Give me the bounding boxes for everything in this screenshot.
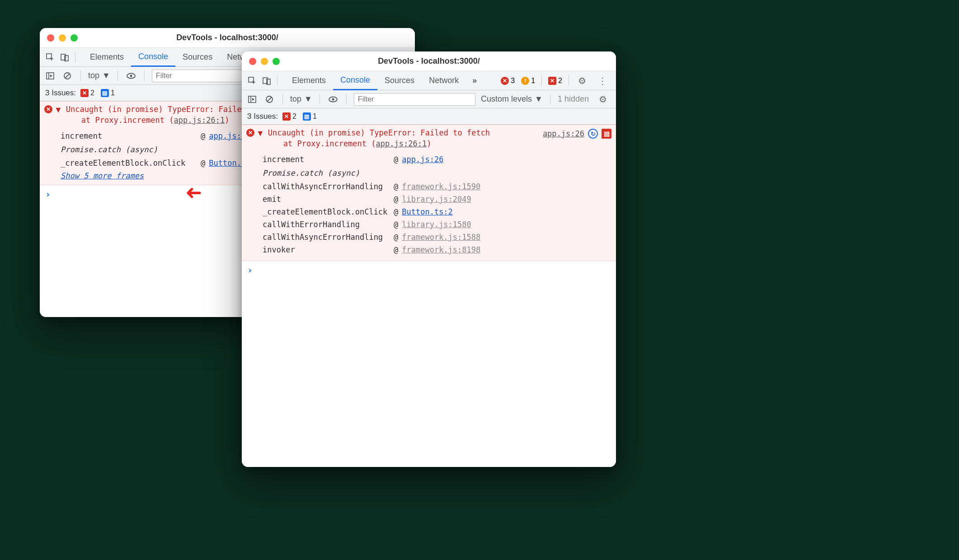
- chevron-down-icon: ▼: [535, 94, 543, 104]
- panel-tabs: Elements Console Sources Network: [83, 48, 264, 67]
- settings-icon[interactable]: ⚙: [574, 75, 591, 86]
- issues-errors-badge[interactable]: ✕2: [79, 89, 96, 97]
- inspect-icon[interactable]: [44, 51, 56, 63]
- panel-tabs: Elements Console Sources Network: [285, 71, 466, 90]
- traffic-lights: [47, 34, 78, 42]
- live-expression-icon[interactable]: [327, 93, 339, 105]
- stack-frame-source-link[interactable]: app.js:26: [402, 155, 443, 164]
- stack-frame: callWithAsyncErrorHandling@framework.js:…: [263, 180, 611, 193]
- tab-elements[interactable]: Elements: [83, 48, 131, 67]
- stack-frame: _createElementBlock.onClick@Button.ts:2: [263, 205, 611, 218]
- device-toggle-icon[interactable]: [59, 51, 71, 63]
- maximize-window-button[interactable]: [273, 58, 280, 65]
- issues-bar: 3 Issues: ✕2 ▤1: [242, 108, 616, 125]
- stack-frame-source-link[interactable]: framework.js:8198: [402, 245, 480, 254]
- stack-frame-function: invoker: [263, 245, 394, 254]
- warning-count-badge[interactable]: !1: [519, 77, 537, 85]
- separator: [118, 70, 118, 81]
- tab-sources[interactable]: Sources: [377, 71, 422, 90]
- source-link[interactable]: app.js:26:1: [376, 139, 427, 148]
- inspect-icon[interactable]: [246, 75, 258, 87]
- stack-frame-function: emit: [263, 195, 394, 204]
- error-icon: ✕: [246, 129, 254, 137]
- tab-network[interactable]: Network: [422, 71, 466, 90]
- separator: [80, 70, 81, 81]
- source-link[interactable]: app.js:26:1: [174, 116, 225, 125]
- stack-frame-function: callWithAsyncErrorHandling: [263, 233, 394, 242]
- separator: [277, 75, 277, 86]
- console-prompt[interactable]: ›: [242, 261, 616, 279]
- tab-elements[interactable]: Elements: [285, 71, 333, 90]
- more-tabs-button[interactable]: »: [469, 76, 480, 85]
- blocked-count-badge[interactable]: ✕2: [546, 77, 564, 85]
- tab-sources[interactable]: Sources: [175, 48, 220, 67]
- stack-frame-function: increment: [61, 131, 201, 140]
- separator: [541, 75, 542, 86]
- svg-marker-5: [50, 75, 52, 77]
- context-selector[interactable]: top ▼: [290, 94, 312, 104]
- chevron-down-icon: ▼: [102, 71, 110, 80]
- reload-icon[interactable]: ↻: [588, 129, 598, 139]
- hidden-messages-label[interactable]: 1 hidden: [558, 94, 589, 104]
- console-error: ✕ ▼ Uncaught (in promise) TypeError: Fai…: [242, 125, 616, 261]
- issues-label: 3 Issues:: [45, 89, 76, 98]
- expand-toggle-icon[interactable]: ▼: [256, 129, 264, 138]
- chevron-down-icon: ▼: [304, 94, 312, 104]
- svg-marker-15: [252, 98, 254, 101]
- close-window-button[interactable]: [47, 34, 54, 42]
- separator: [320, 94, 320, 105]
- devtools-window-2: DevTools - localhost:3000/ Elements Cons…: [242, 51, 616, 467]
- window-title: DevTools - localhost:3000/: [249, 56, 609, 66]
- stack-frame: callWithAsyncErrorHandling@framework.js:…: [263, 231, 611, 243]
- svg-point-9: [130, 75, 132, 77]
- svg-point-19: [332, 98, 334, 100]
- stack-trace: increment@app.js:26Promise.catch (async)…: [263, 153, 611, 256]
- separator: [346, 94, 347, 105]
- log-levels-selector[interactable]: Custom levels ▼: [481, 94, 543, 104]
- stack-frame-source-link[interactable]: library.js:1580: [402, 220, 471, 229]
- clear-console-icon[interactable]: [61, 70, 73, 82]
- stack-frame-source-link[interactable]: library.js:2049: [402, 195, 471, 204]
- more-options-icon[interactable]: ⋮: [593, 75, 611, 86]
- error-icon: ✕: [44, 105, 52, 113]
- console-settings-icon[interactable]: ⚙: [594, 94, 611, 105]
- filter-input[interactable]: [354, 93, 475, 106]
- separator: [282, 94, 283, 105]
- stack-frame-function: callWithErrorHandling: [263, 220, 394, 229]
- tab-console[interactable]: Console: [333, 71, 377, 90]
- stack-frame: callWithErrorHandling@library.js:1580: [263, 218, 611, 231]
- titlebar: DevTools - localhost:3000/: [242, 51, 616, 71]
- svg-line-7: [65, 74, 70, 78]
- device-toggle-icon[interactable]: [261, 75, 273, 87]
- issues-messages-badge[interactable]: ▤1: [99, 89, 117, 97]
- sidebar-toggle-icon[interactable]: [44, 70, 56, 82]
- maximize-window-button[interactable]: [71, 34, 78, 42]
- minimize-window-button[interactable]: [261, 58, 268, 65]
- separator: [75, 52, 75, 63]
- stack-frame-function: callWithAsyncErrorHandling: [263, 182, 394, 191]
- error-message: Uncaught (in promise) TypeError: Failed …: [268, 128, 539, 149]
- context-selector[interactable]: top ▼: [88, 71, 110, 80]
- stack-frame-source-link[interactable]: framework.js:1588: [402, 233, 480, 242]
- expand-toggle-icon[interactable]: ▼: [54, 105, 62, 115]
- error-count-badge[interactable]: ✕3: [499, 77, 517, 85]
- issues-label: 3 Issues:: [247, 112, 278, 121]
- source-link[interactable]: app.js:26: [543, 129, 584, 138]
- issues-messages-badge[interactable]: ▤1: [301, 112, 319, 121]
- issues-errors-badge[interactable]: ✕2: [281, 112, 298, 121]
- stack-async-divider: Promise.catch (async): [263, 166, 611, 180]
- issue-badge-icon[interactable]: ▤: [602, 129, 611, 139]
- stack-frame-source-link[interactable]: Button.ts:2: [402, 207, 453, 216]
- tab-console[interactable]: Console: [131, 48, 175, 67]
- stack-frame: increment@app.js:26: [263, 153, 611, 166]
- stack-frame-source-link[interactable]: framework.js:1590: [402, 182, 480, 191]
- close-window-button[interactable]: [249, 58, 256, 65]
- console-body: ✕ ▼ Uncaught (in promise) TypeError: Fai…: [242, 125, 616, 467]
- live-expression-icon[interactable]: [125, 70, 137, 82]
- sidebar-toggle-icon[interactable]: [246, 93, 258, 105]
- window-title: DevTools - localhost:3000/: [47, 33, 408, 42]
- clear-console-icon[interactable]: [263, 93, 275, 105]
- stack-frame-function: _createElementBlock.onClick: [61, 159, 201, 168]
- minimize-window-button[interactable]: [59, 34, 66, 42]
- stack-frame-function: increment: [263, 155, 394, 164]
